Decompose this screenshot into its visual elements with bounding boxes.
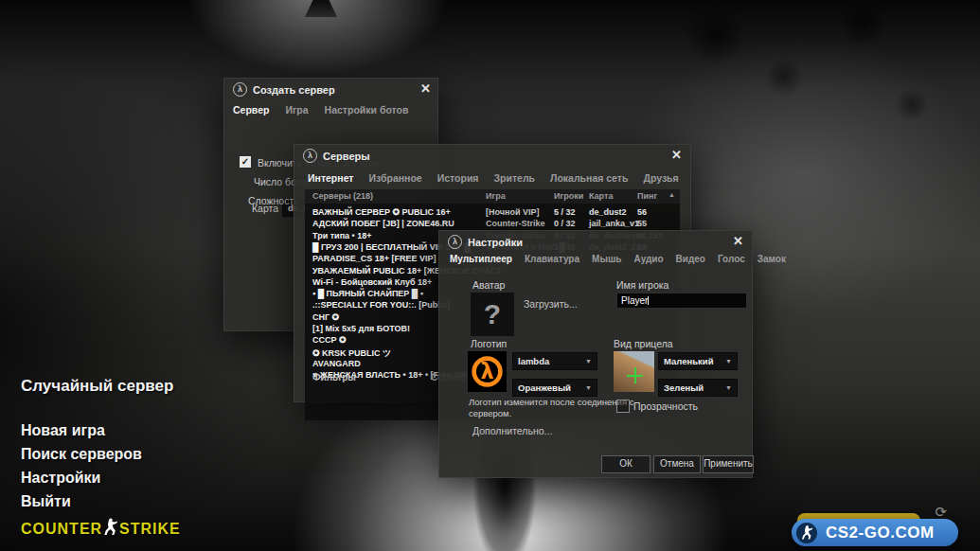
create-server-tabs: СерверИграНастройки ботов [233, 104, 408, 116]
server-name: ✪ KRSK PUBLIC ツ [312, 347, 391, 360]
menu-item-1[interactable]: Новая игра [21, 422, 229, 439]
server-name: AVANGARD [312, 359, 361, 368]
server-ping: 55 [637, 219, 647, 228]
server-name: Wi-Fi - Бойцовский Клуб 18+ [312, 277, 432, 287]
lambda-window-icon: λ [448, 235, 462, 249]
logo-note-line2: сервером. [469, 408, 511, 418]
transparency-label: Прозрачность [633, 400, 698, 412]
transparency-checkbox[interactable] [616, 400, 630, 413]
tab-Игра[interactable]: Игра [285, 104, 308, 116]
apply-button[interactable]: Применить [703, 455, 754, 473]
logo-note-line1: Логотип изменится после соединения с [469, 397, 633, 407]
tab-Видео[interactable]: Видео [676, 254, 705, 264]
column-servers[interactable]: Серверы (218) [312, 191, 373, 201]
lambda-window-icon: λ [233, 82, 247, 97]
logo-text-counter: COUNTER [21, 521, 102, 538]
logo-select[interactable]: lambda ▼ [512, 352, 597, 370]
server-map: de_dust2 [589, 207, 627, 217]
logo-text-strike: STRIKE [119, 521, 181, 538]
server-players: 0 / 32 [554, 219, 576, 228]
server-name: [1] Mix 5x5 для БОТОВ! [312, 324, 410, 333]
tab-Мышь[interactable]: Мышь [592, 254, 621, 264]
menu-item-4[interactable]: Выйти [21, 493, 229, 510]
server-name: СНГ ✪ [312, 312, 339, 322]
tab-Мультиплеер[interactable]: Мультиплеер [450, 254, 512, 264]
lambda-window-icon: λ [303, 149, 317, 163]
tab-Аудио[interactable]: Аудио [633, 254, 663, 264]
column-map[interactable]: Карта [589, 191, 613, 201]
lambda-logo-preview: λ [468, 351, 507, 392]
logo-select-value: lambda [518, 356, 549, 366]
menu-item-3[interactable]: Настройки [21, 470, 229, 487]
player-name-value: Player [621, 295, 648, 306]
crosshair-size-value: Маленький [664, 356, 714, 366]
tab-Настройки ботов[interactable]: Настройки ботов [325, 104, 409, 116]
server-ping: 56 [637, 207, 647, 217]
menu-items: Новая играПоиск серверовНастройкиВыйти [21, 422, 229, 517]
column-ping[interactable]: Пинг [637, 191, 657, 201]
tab-История[interactable]: История [437, 172, 479, 184]
settings-titlebar: λ Настройки [448, 235, 523, 249]
logo-color-select[interactable]: Оранжевый ▼ [512, 379, 597, 397]
lambda-glyph: λ [480, 359, 493, 383]
tab-Интернет[interactable]: Интернет [308, 172, 353, 184]
cancel-button[interactable]: Отмена [653, 455, 701, 473]
server-name: АДСКИЙ ПОБЕГ [JB] | ZONE46.RU [312, 219, 454, 228]
column-players[interactable]: Игроки [554, 191, 583, 201]
servers-titlebar: λ Серверы [303, 149, 370, 163]
server-name: .::SPECIALLY FOR YOU::. [Public] [312, 300, 450, 310]
create-server-titlebar: λ Создать сервер [233, 82, 335, 97]
servers-title: Серверы [323, 151, 370, 162]
chevron-down-icon: ▼ [725, 384, 732, 391]
close-icon[interactable]: ✕ [733, 234, 743, 248]
menu-item-random-server[interactable]: Случайный сервер [21, 377, 173, 396]
enable-bots-checkbox[interactable]: ✓ [240, 156, 251, 168]
crosshair-preview [614, 351, 654, 392]
tab-Избранное[interactable]: Избранное [368, 172, 421, 184]
counter-strike-logo: COUNTER STRIKE [21, 518, 181, 540]
upload-button[interactable]: Загрузить... [524, 298, 578, 310]
server-row[interactable]: АДСКИЙ ПОБЕГ [JB] | ZONE46.RUCounter-Str… [305, 219, 680, 230]
cs2go-badge-area: ⟳ CS2-GO.COM [788, 502, 968, 549]
menu-item-2[interactable]: Поиск серверов [21, 446, 229, 463]
tab-Зритель[interactable]: Зритель [493, 172, 535, 184]
settings-tabs: МультиплеерКлавиатураМышьАудиоВидеоГолос… [450, 254, 786, 264]
tab-Замок[interactable]: Замок [757, 254, 786, 264]
avatar-label: Аватар [472, 279, 505, 291]
soldier-icon [103, 518, 118, 540]
player-name-input[interactable]: Player [616, 293, 747, 309]
filters-button[interactable]: Фильтры [312, 372, 356, 382]
close-icon[interactable]: ✕ [420, 81, 431, 96]
main-menu: Случайный сервер Новая играПоиск серверо… [21, 377, 173, 396]
chevron-down-icon: ▼ [725, 358, 732, 364]
server-name: Три типа • 18+ [312, 231, 372, 240]
scrollbar-up-arrow[interactable]: ▲ [668, 191, 675, 198]
settings-title: Настройки [468, 237, 523, 248]
tab-Голос[interactable]: Голос [718, 254, 745, 264]
crosshair-icon [634, 367, 636, 383]
avatar[interactable]: ? [471, 293, 514, 336]
crosshair-color-select[interactable]: Зеленый ▼ [658, 379, 738, 397]
server-map: jail_anka_v1 [589, 219, 639, 228]
settings-window: λ Настройки ✕ МультиплеерКлавиатураМышьА… [438, 230, 753, 478]
server-list-header: Серверы (218) Игра Игроки Карта Пинг ▲ [305, 189, 680, 204]
logo-label: Логотип [471, 338, 507, 349]
crosshair-label: Вид прицела [614, 338, 673, 349]
tab-Друзья[interactable]: Друзья [643, 172, 678, 184]
cs-icon [796, 523, 817, 543]
advanced-button[interactable]: Дополнительно... [472, 425, 552, 436]
ceiling-lamp [305, 0, 337, 17]
tab-Клавиатура[interactable]: Клавиатура [525, 254, 579, 264]
create-server-title: Создать сервер [253, 84, 335, 96]
close-icon[interactable]: ✕ [671, 148, 682, 162]
cs2go-badge[interactable]: CS2-GO.COM [792, 519, 958, 546]
server-name: ВАЖНЫЙ СЕРВЕР ✪ PUBLIC 16+ [312, 207, 451, 217]
ok-button[interactable]: ОК [601, 455, 650, 473]
tab-Сервер[interactable]: Сервер [233, 104, 269, 116]
server-players: 5 / 32 [554, 207, 576, 217]
server-row[interactable]: ВАЖНЫЙ СЕРВЕР ✪ PUBLIC 16+[Ночной VIP]5 … [305, 207, 680, 219]
logo-color-value: Оранжевый [518, 382, 571, 393]
crosshair-size-select[interactable]: Маленький ▼ [658, 352, 738, 370]
column-game[interactable]: Игра [486, 191, 506, 201]
tab-Локальная сеть[interactable]: Локальная сеть [550, 172, 628, 184]
